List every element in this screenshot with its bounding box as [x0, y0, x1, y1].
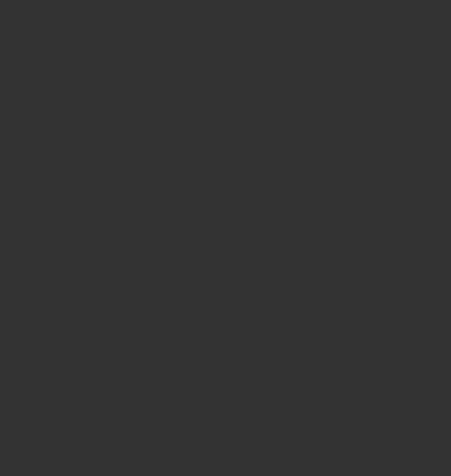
- waveform-canvas[interactable]: [0, 152, 451, 299]
- signal-analysis-window: [0, 0, 451, 476]
- frequency-response-canvas[interactable]: [0, 299, 451, 476]
- spectrogram-canvas[interactable]: [0, 0, 451, 152]
